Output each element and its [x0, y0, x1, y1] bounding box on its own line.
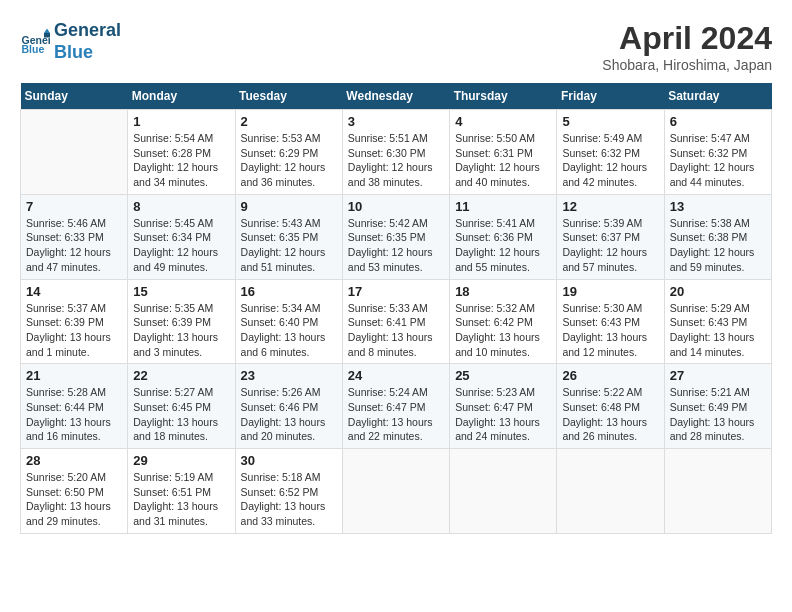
day-number: 20 [670, 284, 766, 299]
calendar-cell: 26Sunrise: 5:22 AM Sunset: 6:48 PM Dayli… [557, 364, 664, 449]
day-number: 26 [562, 368, 658, 383]
calendar-table: SundayMondayTuesdayWednesdayThursdayFrid… [20, 83, 772, 534]
calendar-cell: 19Sunrise: 5:30 AM Sunset: 6:43 PM Dayli… [557, 279, 664, 364]
logo-line2: Blue [54, 42, 93, 62]
day-info: Sunrise: 5:46 AM Sunset: 6:33 PM Dayligh… [26, 216, 122, 275]
logo: General Blue General Blue [20, 20, 121, 63]
calendar-cell: 30Sunrise: 5:18 AM Sunset: 6:52 PM Dayli… [235, 449, 342, 534]
calendar-cell: 21Sunrise: 5:28 AM Sunset: 6:44 PM Dayli… [21, 364, 128, 449]
svg-text:Blue: Blue [22, 42, 45, 54]
calendar-cell: 18Sunrise: 5:32 AM Sunset: 6:42 PM Dayli… [450, 279, 557, 364]
day-info: Sunrise: 5:54 AM Sunset: 6:28 PM Dayligh… [133, 131, 229, 190]
calendar-cell: 17Sunrise: 5:33 AM Sunset: 6:41 PM Dayli… [342, 279, 449, 364]
day-info: Sunrise: 5:38 AM Sunset: 6:38 PM Dayligh… [670, 216, 766, 275]
title-block: April 2024 Shobara, Hiroshima, Japan [602, 20, 772, 73]
day-info: Sunrise: 5:34 AM Sunset: 6:40 PM Dayligh… [241, 301, 337, 360]
calendar-cell: 12Sunrise: 5:39 AM Sunset: 6:37 PM Dayli… [557, 194, 664, 279]
day-number: 15 [133, 284, 229, 299]
calendar-cell [664, 449, 771, 534]
day-number: 4 [455, 114, 551, 129]
day-number: 14 [26, 284, 122, 299]
day-info: Sunrise: 5:26 AM Sunset: 6:46 PM Dayligh… [241, 385, 337, 444]
svg-marker-2 [44, 28, 50, 33]
day-info: Sunrise: 5:45 AM Sunset: 6:34 PM Dayligh… [133, 216, 229, 275]
day-number: 24 [348, 368, 444, 383]
calendar-cell: 10Sunrise: 5:42 AM Sunset: 6:35 PM Dayli… [342, 194, 449, 279]
calendar-cell: 1Sunrise: 5:54 AM Sunset: 6:28 PM Daylig… [128, 110, 235, 195]
day-number: 29 [133, 453, 229, 468]
calendar-cell: 15Sunrise: 5:35 AM Sunset: 6:39 PM Dayli… [128, 279, 235, 364]
day-number: 8 [133, 199, 229, 214]
day-info: Sunrise: 5:41 AM Sunset: 6:36 PM Dayligh… [455, 216, 551, 275]
location-subtitle: Shobara, Hiroshima, Japan [602, 57, 772, 73]
day-info: Sunrise: 5:53 AM Sunset: 6:29 PM Dayligh… [241, 131, 337, 190]
calendar-cell: 8Sunrise: 5:45 AM Sunset: 6:34 PM Daylig… [128, 194, 235, 279]
weekday-header-friday: Friday [557, 83, 664, 110]
day-info: Sunrise: 5:27 AM Sunset: 6:45 PM Dayligh… [133, 385, 229, 444]
svg-marker-3 [44, 33, 50, 38]
calendar-cell: 20Sunrise: 5:29 AM Sunset: 6:43 PM Dayli… [664, 279, 771, 364]
calendar-cell: 4Sunrise: 5:50 AM Sunset: 6:31 PM Daylig… [450, 110, 557, 195]
calendar-cell: 27Sunrise: 5:21 AM Sunset: 6:49 PM Dayli… [664, 364, 771, 449]
calendar-cell: 11Sunrise: 5:41 AM Sunset: 6:36 PM Dayli… [450, 194, 557, 279]
calendar-cell [21, 110, 128, 195]
day-info: Sunrise: 5:35 AM Sunset: 6:39 PM Dayligh… [133, 301, 229, 360]
day-info: Sunrise: 5:51 AM Sunset: 6:30 PM Dayligh… [348, 131, 444, 190]
day-info: Sunrise: 5:21 AM Sunset: 6:49 PM Dayligh… [670, 385, 766, 444]
calendar-week-row: 1Sunrise: 5:54 AM Sunset: 6:28 PM Daylig… [21, 110, 772, 195]
calendar-cell: 14Sunrise: 5:37 AM Sunset: 6:39 PM Dayli… [21, 279, 128, 364]
calendar-cell: 24Sunrise: 5:24 AM Sunset: 6:47 PM Dayli… [342, 364, 449, 449]
calendar-cell: 9Sunrise: 5:43 AM Sunset: 6:35 PM Daylig… [235, 194, 342, 279]
logo-text: General Blue [54, 20, 121, 63]
month-title: April 2024 [602, 20, 772, 57]
day-info: Sunrise: 5:19 AM Sunset: 6:51 PM Dayligh… [133, 470, 229, 529]
day-info: Sunrise: 5:42 AM Sunset: 6:35 PM Dayligh… [348, 216, 444, 275]
calendar-cell: 2Sunrise: 5:53 AM Sunset: 6:29 PM Daylig… [235, 110, 342, 195]
day-info: Sunrise: 5:39 AM Sunset: 6:37 PM Dayligh… [562, 216, 658, 275]
day-info: Sunrise: 5:29 AM Sunset: 6:43 PM Dayligh… [670, 301, 766, 360]
weekday-header-row: SundayMondayTuesdayWednesdayThursdayFrid… [21, 83, 772, 110]
day-number: 5 [562, 114, 658, 129]
day-info: Sunrise: 5:20 AM Sunset: 6:50 PM Dayligh… [26, 470, 122, 529]
calendar-cell [450, 449, 557, 534]
day-info: Sunrise: 5:33 AM Sunset: 6:41 PM Dayligh… [348, 301, 444, 360]
day-number: 25 [455, 368, 551, 383]
calendar-cell: 23Sunrise: 5:26 AM Sunset: 6:46 PM Dayli… [235, 364, 342, 449]
day-number: 22 [133, 368, 229, 383]
day-info: Sunrise: 5:24 AM Sunset: 6:47 PM Dayligh… [348, 385, 444, 444]
day-number: 13 [670, 199, 766, 214]
day-number: 3 [348, 114, 444, 129]
logo-line1: General [54, 20, 121, 40]
weekday-header-monday: Monday [128, 83, 235, 110]
calendar-cell: 13Sunrise: 5:38 AM Sunset: 6:38 PM Dayli… [664, 194, 771, 279]
weekday-header-tuesday: Tuesday [235, 83, 342, 110]
day-number: 9 [241, 199, 337, 214]
day-number: 23 [241, 368, 337, 383]
logo-icon: General Blue [20, 27, 50, 57]
day-number: 19 [562, 284, 658, 299]
day-number: 16 [241, 284, 337, 299]
day-info: Sunrise: 5:47 AM Sunset: 6:32 PM Dayligh… [670, 131, 766, 190]
day-number: 7 [26, 199, 122, 214]
calendar-cell: 7Sunrise: 5:46 AM Sunset: 6:33 PM Daylig… [21, 194, 128, 279]
calendar-cell: 28Sunrise: 5:20 AM Sunset: 6:50 PM Dayli… [21, 449, 128, 534]
day-number: 10 [348, 199, 444, 214]
calendar-week-row: 7Sunrise: 5:46 AM Sunset: 6:33 PM Daylig… [21, 194, 772, 279]
day-info: Sunrise: 5:37 AM Sunset: 6:39 PM Dayligh… [26, 301, 122, 360]
weekday-header-wednesday: Wednesday [342, 83, 449, 110]
day-number: 27 [670, 368, 766, 383]
calendar-cell: 22Sunrise: 5:27 AM Sunset: 6:45 PM Dayli… [128, 364, 235, 449]
weekday-header-saturday: Saturday [664, 83, 771, 110]
day-number: 18 [455, 284, 551, 299]
day-info: Sunrise: 5:49 AM Sunset: 6:32 PM Dayligh… [562, 131, 658, 190]
day-info: Sunrise: 5:50 AM Sunset: 6:31 PM Dayligh… [455, 131, 551, 190]
day-info: Sunrise: 5:32 AM Sunset: 6:42 PM Dayligh… [455, 301, 551, 360]
calendar-week-row: 21Sunrise: 5:28 AM Sunset: 6:44 PM Dayli… [21, 364, 772, 449]
day-number: 12 [562, 199, 658, 214]
day-info: Sunrise: 5:18 AM Sunset: 6:52 PM Dayligh… [241, 470, 337, 529]
day-number: 21 [26, 368, 122, 383]
page-header: General Blue General Blue April 2024 Sho… [20, 20, 772, 73]
calendar-cell: 3Sunrise: 5:51 AM Sunset: 6:30 PM Daylig… [342, 110, 449, 195]
day-number: 17 [348, 284, 444, 299]
day-number: 11 [455, 199, 551, 214]
